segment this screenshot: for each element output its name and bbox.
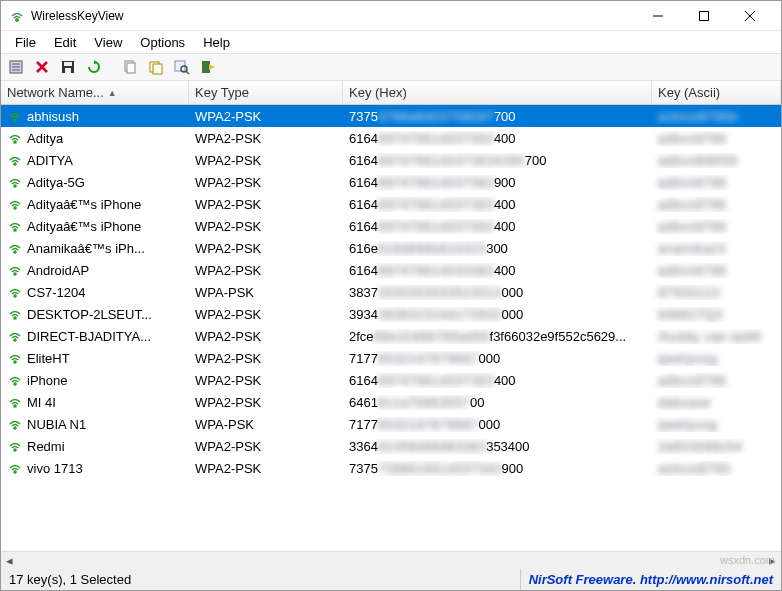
table-row[interactable]: vivo 1713WPA2-PSK73757368616614037343900…: [1, 457, 781, 479]
menu-file[interactable]: File: [7, 33, 44, 52]
app-icon: [9, 8, 25, 24]
cell-key-ascii: /huddy vae ladM: [658, 329, 761, 344]
svg-rect-12: [64, 62, 72, 66]
scroll-left-icon[interactable]: ◂: [1, 552, 18, 569]
cell-key-type: WPA2-PSK: [195, 439, 261, 454]
wifi-icon: [7, 394, 23, 410]
table-row[interactable]: Adityaâ€™s iPhoneWPA2-PSK616469747861403…: [1, 193, 781, 215]
column-label: Key (Hex): [349, 85, 407, 100]
save-icon[interactable]: [57, 56, 79, 78]
svg-point-0: [15, 18, 19, 22]
cell-key-type: WPA-PSK: [195, 417, 254, 432]
table-row[interactable]: iPhoneWPA2-PSK6164697478614037363400adbv…: [1, 369, 781, 391]
table-row[interactable]: RedmiWPA2-PSK3364813594869833633534003a6…: [1, 435, 781, 457]
maximize-button[interactable]: [681, 1, 727, 31]
column-key-ascii[interactable]: Key (Ascii): [652, 81, 781, 104]
cell-key-ascii: adbvs8796: [658, 219, 726, 234]
cell-key-type: WPA2-PSK: [195, 175, 261, 190]
svg-point-27: [13, 184, 17, 188]
table-row[interactable]: ADITYAWPA2-PSK61646974786140373634395700…: [1, 149, 781, 171]
wifi-icon: [7, 130, 23, 146]
refresh-icon[interactable]: [83, 56, 105, 78]
scroll-track[interactable]: [18, 552, 764, 569]
sort-indicator-icon: ▲: [108, 88, 117, 98]
table-row[interactable]: Anamikaâ€™s iPh...WPA2-PSK616e616d696b61…: [1, 237, 781, 259]
cell-key-hex: 6164697478614033363400: [349, 263, 516, 278]
cell-key-type: WPA2-PSK: [195, 263, 261, 278]
cell-key-type: WPA2-PSK: [195, 307, 261, 322]
column-key-hex[interactable]: Key (Hex): [343, 81, 652, 104]
menu-view[interactable]: View: [86, 33, 130, 52]
table-row[interactable]: DIRECT-BJADITYA...WPA2-PSK2fce89e1048679…: [1, 325, 781, 347]
svg-rect-22: [202, 61, 210, 73]
cell-key-type: WPA2-PSK: [195, 241, 261, 256]
copy-all-icon[interactable]: [145, 56, 167, 78]
cell-key-type: WPA-PSK: [195, 285, 254, 300]
svg-point-40: [13, 470, 17, 474]
cell-key-hex: 6164697478614037363400: [349, 131, 516, 146]
table-row[interactable]: MI 4IWPA2-PSK64616c1a7696355700dabvase: [1, 391, 781, 413]
column-label: Key (Ascii): [658, 85, 720, 100]
column-label: Key Type: [195, 85, 249, 100]
horizontal-scrollbar[interactable]: ◂ ▸: [1, 551, 781, 568]
find-icon[interactable]: [171, 56, 193, 78]
copy-icon[interactable]: [119, 56, 141, 78]
cell-key-type: WPA2-PSK: [195, 395, 261, 410]
svg-point-39: [13, 448, 17, 452]
table-row[interactable]: Adityaâ€™s iPhoneWPA2-PSK616469747861403…: [1, 215, 781, 237]
svg-point-28: [13, 206, 17, 210]
table-row[interactable]: EliteHTWPA2-PSK71776532147679667000qwety…: [1, 347, 781, 369]
menu-options[interactable]: Options: [132, 33, 193, 52]
svg-point-29: [13, 228, 17, 232]
network-list[interactable]: abhisushWPA2-PSK73753768a6d03758097700ax…: [1, 105, 781, 551]
status-credit-link[interactable]: NirSoft Freeware. http://www.nirsoft.net: [520, 569, 781, 590]
cell-network-name: Redmi: [27, 439, 65, 454]
cell-key-type: WPA2-PSK: [195, 109, 261, 124]
menu-help[interactable]: Help: [195, 33, 238, 52]
cell-key-ascii: adbvs8796: [658, 373, 726, 388]
close-button[interactable]: [727, 1, 773, 31]
cell-key-hex: 6164697478614037363400: [349, 197, 516, 212]
svg-point-26: [13, 162, 17, 166]
column-key-type[interactable]: Key Type: [189, 81, 343, 104]
svg-rect-18: [153, 64, 162, 74]
wifi-icon: [7, 152, 23, 168]
wifi-icon: [7, 438, 23, 454]
svg-point-36: [13, 382, 17, 386]
wifi-icon: [7, 460, 23, 476]
cell-network-name: NUBIA N1: [27, 417, 86, 432]
table-row[interactable]: abhisushWPA2-PSK73753768a6d03758097700ax…: [1, 105, 781, 127]
table-row[interactable]: NUBIA N1WPA-PSK71776532147679667000qwety…: [1, 413, 781, 435]
table-row[interactable]: AndroidAPWPA2-PSK6164697478614033363400a…: [1, 259, 781, 281]
column-headers: Network Name... ▲ Key Type Key (Hex) Key…: [1, 81, 781, 105]
toolbar: [1, 53, 781, 81]
wifi-icon: [7, 196, 23, 212]
exit-icon[interactable]: [197, 56, 219, 78]
table-row[interactable]: Aditya-5GWPA2-PSK6164697478614037363900a…: [1, 171, 781, 193]
cell-key-type: WPA2-PSK: [195, 197, 261, 212]
table-row[interactable]: AdityaWPA2-PSK6164697478614037363400adbv…: [1, 127, 781, 149]
svg-point-35: [13, 360, 17, 364]
cell-key-ascii: adbvs8796: [658, 131, 726, 146]
cell-key-ascii: 87500213: [658, 285, 720, 300]
cell-key-type: WPA2-PSK: [195, 373, 261, 388]
delete-icon[interactable]: [31, 56, 53, 78]
cell-network-name: Aditya-5G: [27, 175, 85, 190]
column-network-name[interactable]: Network Name... ▲: [1, 81, 189, 104]
cell-key-type: WPA2-PSK: [195, 131, 261, 146]
svg-rect-16: [127, 63, 135, 73]
minimize-button[interactable]: [635, 1, 681, 31]
cell-key-hex: 38373530353033523013000: [349, 285, 523, 300]
table-row[interactable]: CS7-1204WPA-PSK3837353035303352301300087…: [1, 281, 781, 303]
properties-icon[interactable]: [5, 56, 27, 78]
menu-edit[interactable]: Edit: [46, 33, 84, 52]
cell-key-type: WPA2-PSK: [195, 351, 261, 366]
cell-key-type: WPA2-PSK: [195, 329, 261, 344]
cell-key-hex: 2fce89e10486795ad56f3f66032e9f552c5629..…: [349, 329, 626, 344]
cell-key-ascii: 3a603098c54: [658, 439, 742, 454]
cell-network-name: CS7-1204: [27, 285, 86, 300]
window-title: WirelessKeyView: [31, 9, 635, 23]
table-row[interactable]: DESKTOP-2LSEUT...WPA2-PSK393438363232441…: [1, 303, 781, 325]
cell-key-hex: 71776532147679667000: [349, 417, 500, 432]
cell-network-name: iPhone: [27, 373, 67, 388]
